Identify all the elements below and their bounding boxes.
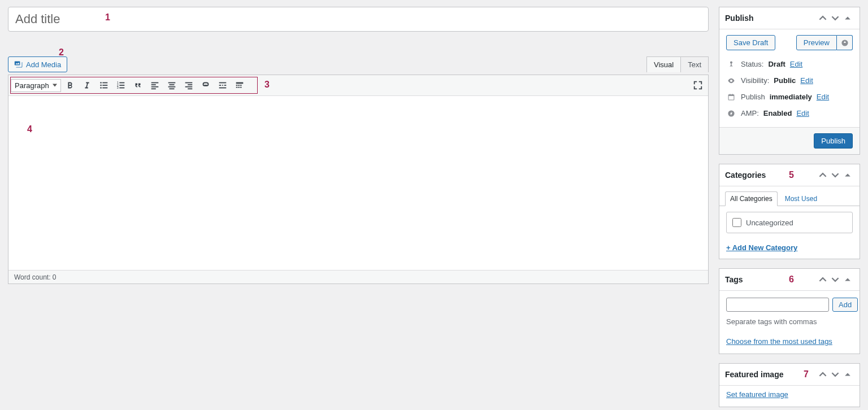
svg-rect-16 [168, 82, 175, 84]
svg-rect-20 [185, 82, 192, 84]
blockquote-button[interactable] [130, 77, 146, 93]
media-icon [14, 60, 23, 69]
svg-rect-22 [185, 86, 192, 88]
move-up-icon[interactable] [817, 169, 829, 181]
edit-amp-link[interactable]: Edit [796, 109, 809, 117]
read-more-button[interactable] [215, 77, 231, 93]
svg-rect-15 [151, 88, 155, 89]
category-checkbox[interactable] [732, 218, 741, 227]
move-down-icon[interactable] [829, 169, 841, 181]
toggle-panel-icon[interactable] [841, 169, 854, 181]
edit-visibility-link[interactable]: Edit [800, 76, 813, 85]
bullet-list-button[interactable] [96, 77, 112, 93]
add-media-label: Add Media [26, 60, 61, 69]
panel-featured-title: Featured image [725, 370, 783, 379]
publish-button[interactable]: Publish [814, 133, 853, 149]
choose-tags-link[interactable]: Choose from the most used tags [726, 337, 832, 346]
svg-rect-12 [151, 82, 158, 84]
tags-help: Separate tags with commas [719, 315, 860, 333]
cat-tab-all[interactable]: All Categories [725, 191, 778, 206]
move-down-icon[interactable] [829, 368, 841, 381]
align-right-button[interactable] [181, 77, 197, 93]
move-up-icon[interactable] [817, 368, 829, 381]
italic-button[interactable] [79, 77, 95, 93]
preview-options-button[interactable] [837, 35, 853, 50]
numbered-list-button[interactable]: 123 [113, 77, 129, 93]
annotation-2: 2 [59, 47, 64, 58]
svg-rect-24 [204, 85, 207, 86]
svg-rect-39 [728, 94, 734, 95]
amp-value: Enabled [763, 109, 792, 117]
svg-rect-29 [219, 88, 226, 89]
set-featured-image-link[interactable]: Set featured image [726, 390, 788, 399]
panel-publish-title: Publish [725, 14, 754, 23]
svg-rect-27 [222, 85, 223, 86]
schedule-label: Publish [741, 93, 765, 101]
svg-rect-3 [102, 82, 107, 84]
toggle-panel-icon[interactable] [841, 368, 854, 381]
amp-label: AMP: [741, 109, 759, 117]
editor-body[interactable] [8, 96, 708, 270]
svg-rect-31 [236, 85, 237, 86]
svg-rect-30 [236, 82, 243, 84]
save-draft-button[interactable]: Save Draft [726, 35, 775, 50]
toolbar-toggle-button[interactable] [232, 77, 248, 93]
panel-tags-title: Tags [725, 275, 743, 284]
status-label: Status: [741, 60, 763, 68]
svg-rect-23 [188, 88, 192, 89]
svg-rect-34 [236, 87, 237, 88]
toggle-panel-icon[interactable] [841, 12, 854, 24]
eye-icon [726, 77, 736, 85]
svg-rect-36 [240, 87, 242, 88]
svg-rect-26 [219, 85, 221, 86]
annotation-1: 1 [105, 12, 110, 23]
paragraph-select[interactable]: Paragraph [11, 79, 61, 92]
svg-rect-21 [188, 84, 192, 85]
annotation-3: 3 [264, 80, 270, 90]
add-new-category-link[interactable]: + Add New Category [726, 243, 797, 252]
tags-input[interactable] [726, 298, 829, 312]
annotation-6: 6 [789, 274, 794, 285]
schedule-value: immediately [770, 93, 812, 101]
annotation-4: 4 [27, 124, 32, 134]
svg-rect-5 [102, 88, 107, 89]
move-up-icon[interactable] [817, 273, 829, 286]
toggle-panel-icon[interactable] [841, 273, 854, 286]
status-value: Draft [768, 60, 785, 68]
move-down-icon[interactable] [829, 273, 841, 286]
preview-button[interactable]: Preview [796, 35, 837, 50]
title-input[interactable] [8, 7, 709, 32]
edit-schedule-link[interactable]: Edit [817, 93, 829, 101]
add-tag-button[interactable]: Add [832, 298, 858, 312]
bold-button[interactable] [62, 77, 78, 93]
panel-categories-title: Categories [725, 171, 766, 180]
svg-text:3: 3 [117, 86, 119, 89]
svg-rect-10 [119, 85, 124, 86]
editor-container: Visual Text Paragraph 123 [8, 75, 709, 284]
fullscreen-button[interactable] [690, 77, 706, 93]
align-left-button[interactable] [147, 77, 163, 93]
annotation-5: 5 [789, 170, 794, 180]
move-down-icon[interactable] [829, 12, 841, 24]
panel-categories: Categories 5 All Categories Most Used Un… [719, 164, 860, 259]
tab-text[interactable]: Text [680, 56, 709, 72]
svg-point-1 [100, 85, 102, 86]
add-media-button[interactable]: Add Media [8, 56, 67, 72]
svg-rect-40 [730, 94, 730, 95]
link-button[interactable] [198, 77, 214, 93]
svg-point-0 [100, 82, 102, 84]
calendar-icon [726, 93, 736, 101]
svg-rect-19 [169, 88, 174, 89]
cat-tab-most[interactable]: Most Used [780, 191, 822, 206]
tab-visual[interactable]: Visual [646, 56, 681, 72]
edit-status-link[interactable]: Edit [790, 60, 802, 68]
move-up-icon[interactable] [817, 12, 829, 24]
panel-featured: Featured image 7 Set featured image [719, 363, 860, 407]
svg-rect-4 [102, 85, 107, 86]
category-uncategorized[interactable]: Uncategorized [732, 218, 847, 227]
align-center-button[interactable] [164, 77, 180, 93]
svg-rect-35 [238, 87, 240, 88]
visibility-label: Visibility: [741, 76, 769, 85]
panel-publish: Publish Save Draft Preview Status: Draft [719, 7, 860, 155]
svg-rect-41 [732, 94, 732, 95]
